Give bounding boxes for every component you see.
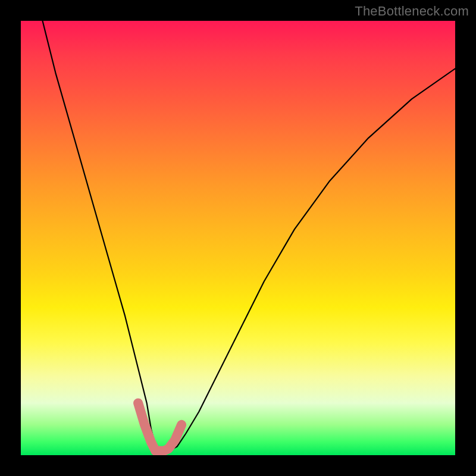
plot-area <box>21 21 455 455</box>
optimal-highlight <box>138 403 181 450</box>
bottleneck-curve <box>43 21 456 451</box>
chart-frame: TheBottleneck.com <box>0 0 476 476</box>
watermark-text: TheBottleneck.com <box>355 4 469 19</box>
curve-layer <box>21 21 455 455</box>
